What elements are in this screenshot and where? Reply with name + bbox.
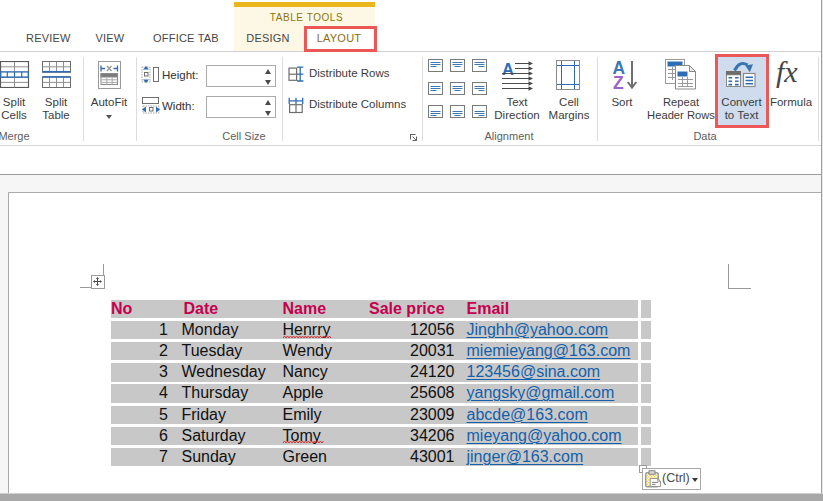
svg-text:A: A [502,60,514,78]
svg-text:Z: Z [613,73,624,90]
